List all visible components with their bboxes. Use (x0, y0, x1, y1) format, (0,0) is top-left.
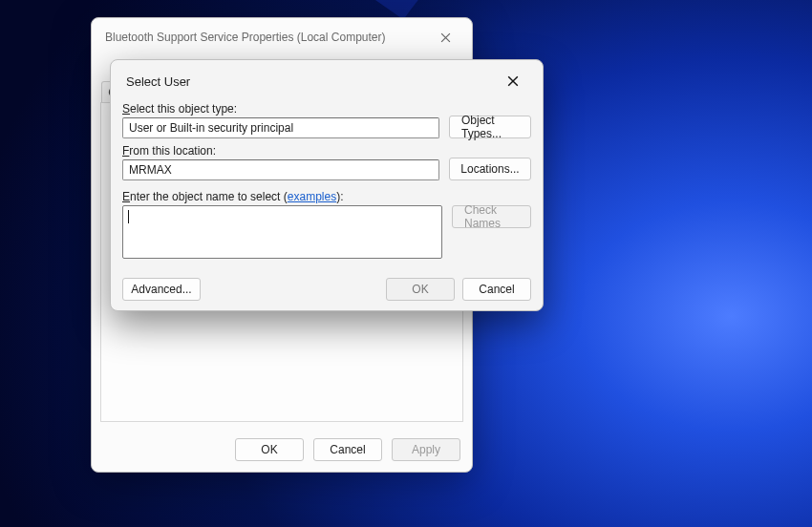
cancel-button[interactable]: Cancel (313, 438, 382, 461)
object-name-row: Enter the object name to select (example… (122, 190, 531, 259)
properties-titlebar: Bluetooth Support Service Properties (Lo… (92, 18, 472, 56)
object-type-row: Select this object type: User or Built-i… (122, 102, 531, 138)
location-row: From this location: MRMAX Locations... (122, 144, 531, 180)
select-user-body: Select this object type: User or Built-i… (111, 102, 543, 259)
select-user-dialog: Select User Select this object type: Use… (110, 59, 544, 311)
location-field[interactable]: MRMAX (122, 159, 439, 180)
locations-button[interactable]: Locations... (449, 158, 531, 180)
select-user-titlebar: Select User (111, 60, 543, 102)
select-user-footer: Advanced... OK Cancel (111, 278, 543, 301)
examples-link[interactable]: examples (288, 190, 336, 203)
location-label: From this location: (122, 144, 439, 158)
object-name-label: Enter the object name to select (example… (122, 190, 442, 203)
object-type-label: Select this object type: (122, 102, 439, 116)
cancel-button[interactable]: Cancel (462, 278, 531, 301)
object-type-field[interactable]: User or Built-in security principal (122, 117, 439, 138)
apply-button[interactable]: Apply (392, 438, 460, 461)
text-caret (128, 210, 129, 223)
advanced-button[interactable]: Advanced... (122, 278, 201, 301)
properties-title: Bluetooth Support Service Properties (Lo… (105, 31, 432, 44)
object-name-input[interactable] (122, 205, 442, 259)
close-icon[interactable] (499, 67, 527, 95)
dialog-title: Select User (126, 74, 499, 89)
check-names-button[interactable]: Check Names (452, 205, 531, 228)
object-types-button[interactable]: Object Types... (449, 116, 531, 138)
ok-button[interactable]: OK (235, 438, 304, 461)
close-icon[interactable] (432, 24, 459, 51)
properties-footer: OK Cancel Apply (92, 428, 472, 472)
ok-button[interactable]: OK (386, 278, 455, 301)
